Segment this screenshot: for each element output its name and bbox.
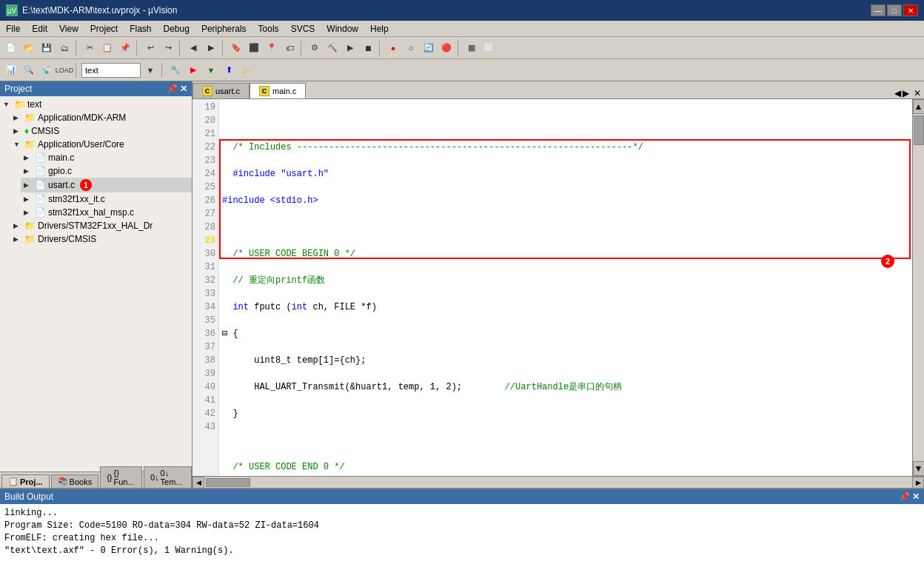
tree-usart-c[interactable]: ▶ 📄 usart.c 1 [21,178,192,192]
tree-stm32-it-label: stm32f1xx_it.c [48,194,105,204]
code-line-29: ▶ HAL_UART_Transmit(&huart1, temp, 1, 2)… [222,380,921,394]
close-editor-icon[interactable]: ✕ [914,88,921,98]
dbg3-btn[interactable]: 🔄 [421,40,437,56]
nav-back-btn[interactable]: ◀ [185,40,201,56]
tree-main-c[interactable]: ▶ 📄 main.c [21,151,192,164]
expand-root: ▼ [3,101,12,108]
stop-btn[interactable]: ⏹ [360,40,376,56]
bookmark4-btn[interactable]: 🏷 [281,40,298,56]
dbg-view-btn[interactable]: 🔍 [21,62,37,78]
scroll-up-btn[interactable]: ▲ [913,99,925,114]
build3-btn[interactable]: ▶ [342,40,358,56]
tree-drv-cmsis[interactable]: ▶ 📁 Drivers/CMSIS [10,232,192,246]
tab-functions[interactable]: {} {} Fun... [100,466,142,488]
menu-project[interactable]: Project [84,22,124,36]
tree-gpio-c[interactable]: ▶ 📄 gpio.c [21,164,192,178]
code-line-26: int fputc (int ch, FILE *f) [222,301,921,314]
view-btn[interactable]: ▦ [463,40,480,56]
menu-edit[interactable]: Edit [26,22,53,36]
scroll-down-btn[interactable]: ▼ [913,461,925,476]
build2-btn[interactable]: 🔨 [324,40,341,56]
menu-flash[interactable]: Flash [124,22,157,36]
tree-stm32-it[interactable]: ▶ 📄 stm32f1xx_it.c [21,192,192,206]
menu-view[interactable]: View [53,22,84,36]
target-combo[interactable] [81,63,141,78]
tree-drv-cmsis-label: Drivers/CMSIS [38,234,96,244]
paste-btn[interactable]: 📌 [117,40,133,56]
cut-btn[interactable]: ✂ [81,40,98,56]
dbg-step-btn[interactable]: ▶ [185,62,201,78]
tab-books[interactable]: 📚 Books [51,474,99,488]
tree-root[interactable]: ▼ 📁 text [0,98,192,111]
combo-drop[interactable]: ▼ [142,62,158,78]
tab-project[interactable]: 📋 Proj... [1,474,50,488]
close-button[interactable]: ✕ [903,4,918,16]
magic-btn[interactable]: 🔧 [167,62,184,78]
project-tabs: 📋 Proj... 📚 Books {} {} Fun... 0↓ 0↓ Tem… [0,471,192,488]
scroll-right-end-btn[interactable]: ▶ [912,477,924,489]
bookmark2-btn[interactable]: ⬛ [246,40,262,56]
ln-29: 29 [192,234,215,247]
scroll-thumb[interactable] [914,115,924,145]
tree-app-mdk[interactable]: ▶ 📁 Application/MDK-ARM [10,111,192,124]
h-scrollbar[interactable]: ◀ ▶ [192,476,924,488]
menu-debug[interactable]: Debug [158,22,195,36]
drv-stm32-icon: 📁 [24,221,36,231]
build-close-icon[interactable]: ✕ [912,491,920,502]
tab-templates[interactable]: 0↓ 0↓ Tem... [144,466,192,488]
ln-22: 22 [192,141,215,154]
tree-stm32-msp[interactable]: ▶ 📄 stm32f1xx_hal_msp.c [21,206,192,219]
tab-main-c[interactable]: C main.c [250,83,306,98]
tree-app-user[interactable]: ▼ 📁 Application/User/Core [10,138,192,151]
nav-fwd-btn[interactable]: ▶ [203,40,219,56]
menu-file[interactable]: File [0,22,26,36]
redo-btn[interactable]: ↪ [160,40,176,56]
tree-drv-stm32[interactable]: ▶ 📁 Drivers/STM32F1xx_HAL_Dr [10,219,192,232]
copy-btn[interactable]: 📋 [99,40,116,56]
save-btn[interactable]: 💾 [38,40,55,56]
dbg-into-btn[interactable]: ▼ [203,62,219,78]
bookmark3-btn[interactable]: 📍 [264,40,280,56]
cfg-btn[interactable]: ⬜ [481,40,498,56]
scroll-left-icon[interactable]: ◀ [894,88,901,98]
load-btn[interactable]: LOAD [56,62,73,78]
scroll-left-btn[interactable]: ◀ [192,477,204,489]
open-btn[interactable]: 📂 [21,40,37,56]
dbg4-btn[interactable]: 🔴 [438,40,455,56]
menu-svcs[interactable]: SVCS [285,22,321,36]
ln-26: 26 [192,194,215,207]
proj-btn[interactable]: 📊 [3,62,19,78]
menu-window[interactable]: Window [321,22,364,36]
h-scroll-thumb[interactable] [206,478,250,487]
dbg-view2-btn[interactable]: 📡 [38,62,55,78]
project-close-icon[interactable]: ✕ [180,84,187,94]
maximize-button[interactable]: □ [887,4,902,16]
build-btn[interactable]: ⚙ [307,40,323,56]
tab-usart-c[interactable]: C usart.c [192,83,250,98]
code-editor[interactable]: /* Includes ----------------------------… [219,99,924,476]
sep1 [76,41,78,56]
dbg-run-btn[interactable]: ▷ [238,62,255,78]
tree-cmsis[interactable]: ▶ ♦ CMSIS [10,124,192,138]
editor-content: 2 19 20 21 22 23 24 25 26 27 28 29 30 31… [192,99,924,476]
code-line-24: /* USER CODE BEGIN 0 */ [222,247,921,261]
sep4 [222,41,225,56]
dbg-over-btn[interactable]: ⬆ [221,62,237,78]
editor-scrollbar-right[interactable]: ▲ ▼ [912,99,924,476]
tab-temp-label: 0↓ Tem... [161,469,185,486]
menu-peripherals[interactable]: Peripherals [195,22,252,36]
new-file-btn[interactable]: 📄 [3,40,19,56]
undo-btn[interactable]: ↩ [142,40,158,56]
minimize-button[interactable]: — [871,4,886,16]
bookmark-btn[interactable]: 🔖 [228,40,244,56]
menu-tools[interactable]: Tools [252,22,285,36]
menu-help[interactable]: Help [364,22,395,36]
usart-tab-icon: C [202,86,212,96]
dbg-btn[interactable]: ● [385,40,401,56]
scroll-right-icon[interactable]: ▶ [903,88,909,98]
save-all-btn[interactable]: 🗂 [56,40,73,56]
project-pin-icon[interactable]: 📌 [167,84,178,94]
build-pin-icon[interactable]: 📌 [899,491,910,502]
dbg2-btn[interactable]: ○ [403,40,419,56]
tree-app-mdk-label: Application/MDK-ARM [38,113,126,123]
